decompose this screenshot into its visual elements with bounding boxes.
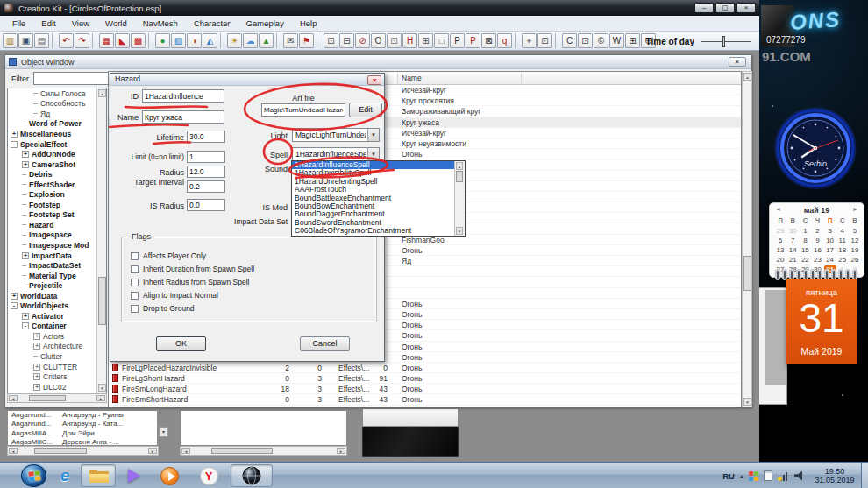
object-list-row[interactable]: FireLgShortHazard03Effects\...91Огонь <box>109 373 741 384</box>
scrollbar-thumb[interactable] <box>743 256 751 291</box>
menu-character[interactable]: Character <box>187 17 238 30</box>
scroll-up-icon[interactable]: ▴ <box>743 73 751 81</box>
column-divider[interactable] <box>521 73 522 83</box>
cell-view-list-hscrollbar[interactable]: ◂ ▸ <box>180 446 347 456</box>
dropdown-vscrollbar[interactable]: ▴ ▾ <box>454 161 465 236</box>
tree-item-footstep[interactable]: Footstep <box>8 200 106 210</box>
maximize-button[interactable]: ◻ <box>715 3 735 13</box>
spell-option[interactable]: C06BladeOfYsgramorEnchantment <box>292 227 454 235</box>
name-column-header[interactable]: Name <box>402 74 422 82</box>
close-button[interactable]: × <box>736 3 756 13</box>
snap-to-angle-icon[interactable]: ◣ <box>115 33 130 48</box>
tree-item-clutter[interactable]: +CLUTTER <box>8 362 106 372</box>
object-list-row[interactable]: FireSmLongHazard183Effects\...43Огонь <box>109 384 741 394</box>
calendar-day-cell[interactable]: 15 <box>799 246 811 254</box>
object-window-close-icon[interactable]: ✕ <box>729 57 746 67</box>
time-of-day-slider[interactable] <box>701 41 751 42</box>
tree-item-hazard[interactable]: Hazard <box>8 220 106 230</box>
save-plugin-icon[interactable]: ▣ <box>18 33 33 48</box>
portal-marker-icon[interactable]: ⊡ <box>387 33 402 48</box>
tree-item-footstep-set[interactable]: Footstep Set <box>8 210 106 221</box>
cancel-button[interactable]: Cancel <box>300 336 350 351</box>
tree-expander-icon[interactable]: + <box>33 343 40 350</box>
menu-file[interactable]: File <box>5 17 32 30</box>
file-explorer-icon[interactable] <box>81 464 116 487</box>
calendar-day-cell[interactable]: 6 <box>774 237 786 244</box>
tree-item-material-type[interactable]: Material Type <box>8 271 106 281</box>
tree-expander-icon[interactable]: - <box>22 322 29 329</box>
checkbox-inherit-radius-from-spawn-spell[interactable] <box>131 279 139 286</box>
art-file-field[interactable] <box>261 103 345 117</box>
tree-expander-icon[interactable]: + <box>22 161 29 168</box>
scroll-left-icon[interactable]: ◂ <box>9 395 18 401</box>
calendar-day-cell[interactable]: 16 <box>811 246 823 254</box>
tree-item-activator[interactable]: +Activator <box>8 311 106 322</box>
scroll-down-icon[interactable]: ▾ <box>743 398 751 406</box>
tree-item-impactdataset[interactable]: ImpactDataSet <box>8 260 106 271</box>
cell-view-row[interactable]: Angarvund...Ангарвунд - Ката... <box>8 420 157 428</box>
tearoff-calendar[interactable]: пятница 31 Май 2019 <box>786 279 857 364</box>
scroll-up-icon[interactable]: ▴ <box>456 162 463 170</box>
filter-input[interactable] <box>33 72 109 85</box>
cell-view-row[interactable]: AngasMillA...Дом Эйри <box>8 429 157 438</box>
calendar-day-cell[interactable]: 24 <box>824 256 836 264</box>
calendar-day-cell[interactable]: 21 <box>786 256 799 264</box>
checkbox-affects-player-only[interactable] <box>131 252 139 260</box>
hazard-dialog-close-icon[interactable]: × <box>367 75 381 85</box>
calendar-day-cell[interactable]: 2 <box>811 227 823 235</box>
snap-to-grid-icon[interactable]: ▦ <box>99 33 114 48</box>
target-interval-field[interactable] <box>187 180 225 193</box>
tree-item-imagespace-mod[interactable]: Imagespace Mod <box>8 240 106 251</box>
calendar-day-cell[interactable]: 18 <box>836 246 849 254</box>
spell-option[interactable]: BoundBattleaxeEnchantment <box>292 194 454 202</box>
cube3-marker-icon[interactable]: ⊡ <box>578 33 593 48</box>
calendar-day-cell[interactable]: 4 <box>836 227 849 235</box>
scrollbar-thumb[interactable] <box>29 395 66 401</box>
calendar-day-cell[interactable]: 30 <box>786 227 799 235</box>
preview-window-titlebar[interactable] <box>362 408 459 427</box>
tree-item-imagespace[interactable]: Imagespace <box>8 230 106 241</box>
calendar-day-cell[interactable]: 7 <box>786 237 799 244</box>
chevron-down-icon[interactable]: ▼ <box>367 148 379 160</box>
scrollbar-thumb[interactable] <box>98 277 106 325</box>
scroll-left-icon[interactable]: ◂ <box>181 448 190 454</box>
calendar-day-cell[interactable]: 1 <box>799 227 811 235</box>
tree-item-debris[interactable]: Debris <box>8 169 106 180</box>
name-field[interactable] <box>142 110 224 124</box>
calendar-day-cell[interactable]: 8 <box>799 237 811 244</box>
run-havok-sim-icon[interactable]: ● <box>155 33 170 48</box>
volume-icon[interactable] <box>794 471 805 481</box>
dialogue-icon[interactable]: ✉ <box>283 33 298 48</box>
tree-item-worlddata[interactable]: +WorldData <box>8 291 106 301</box>
calendar-gadget[interactable]: ◄ май 19 ► ПВСЧПСВ 293012345678910111213… <box>769 202 864 278</box>
toggle-water-icon[interactable]: ◭ <box>203 33 217 48</box>
tree-expander-icon[interactable]: + <box>22 151 29 158</box>
tree-item-camerashot[interactable]: +CameraShot <box>8 159 106 170</box>
spell-option[interactable]: 1HazardInfluenceSpell <box>292 161 454 169</box>
tree-expander-icon[interactable]: + <box>33 333 40 340</box>
checkbox-align-to-impact-normal[interactable] <box>131 292 139 300</box>
tree-expander-icon[interactable]: + <box>22 313 29 320</box>
hall-marker-icon[interactable]: ⊡ <box>324 33 338 48</box>
spell-option[interactable]: 1HazardUnrelentingSpell <box>292 178 454 186</box>
scroll-right-icon[interactable]: ▸ <box>148 448 157 454</box>
calendar-next-icon[interactable]: ► <box>852 206 858 212</box>
toggle-lights-icon[interactable]: ☀ <box>227 33 242 48</box>
object-list-vscrollbar[interactable]: ▴ ▾ <box>742 71 752 407</box>
occlusion-box-icon[interactable]: O <box>371 33 386 48</box>
open-plugin-icon[interactable]: ▥ <box>3 33 18 48</box>
calendar-day-cell[interactable]: 19 <box>849 246 861 254</box>
preview-window-viewport[interactable] <box>362 427 459 457</box>
tree-item-explosion[interactable]: Explosion <box>8 189 106 200</box>
is-radius-field[interactable] <box>187 199 225 211</box>
spell-option[interactable]: 1HazardInvisibilitySpell <box>292 169 454 177</box>
ok-button[interactable]: OK <box>156 336 206 351</box>
menu-view[interactable]: View <box>65 17 96 30</box>
scroll-down-icon[interactable]: ▾ <box>159 427 168 437</box>
limit-field[interactable] <box>187 151 225 163</box>
object-list-row[interactable]: FireSmShortHazard03Effects\...43Огонь <box>109 394 741 405</box>
time-of-day-slider-handle[interactable] <box>722 36 725 47</box>
calendar-day-cell[interactable]: 9 <box>811 237 823 244</box>
tree-vscrollbar[interactable]: ▴ ▾ <box>96 88 106 393</box>
start-button[interactable] <box>21 464 46 487</box>
